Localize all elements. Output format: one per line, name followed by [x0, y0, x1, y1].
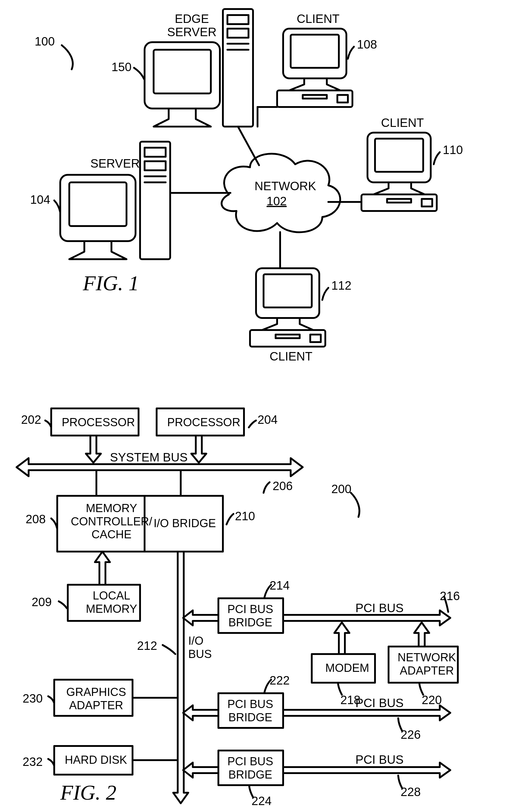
edge-server-label: EDGE SERVER [167, 12, 216, 39]
ref-206: 206 [273, 479, 293, 493]
svg-rect-2 [223, 9, 253, 127]
svg-rect-11 [338, 95, 348, 102]
fig2-caption: FIG. 2 [60, 781, 117, 805]
fig1-caption: FIG. 1 [83, 271, 139, 295]
ref-100: 100 [35, 35, 55, 48]
client3-label: CLIENT [270, 350, 312, 363]
client2-label: CLIENT [381, 116, 424, 129]
svg-rect-43 [312, 654, 375, 683]
ref-232: 232 [22, 755, 43, 769]
svg-rect-21 [256, 268, 319, 318]
svg-rect-0 [145, 42, 220, 108]
ref-110: 110 [443, 143, 463, 157]
fig1-svg [0, 0, 525, 392]
svg-rect-44 [389, 647, 458, 683]
svg-rect-19 [422, 199, 432, 206]
svg-rect-24 [275, 335, 300, 338]
svg-rect-22 [264, 274, 312, 307]
ref-210: 210 [235, 510, 255, 523]
ref-204: 204 [257, 413, 278, 427]
ref-226: 226 [401, 728, 421, 741]
ref-108: 108 [357, 38, 377, 51]
ref-202: 202 [21, 413, 41, 427]
svg-rect-27 [60, 175, 136, 241]
pci-bus3-label: PCI BUS [356, 753, 404, 766]
svg-rect-3 [227, 15, 249, 24]
svg-rect-49 [54, 746, 133, 774]
svg-rect-18 [387, 199, 411, 203]
ref-214: 214 [270, 579, 290, 592]
svg-rect-42 [219, 598, 283, 633]
network-ref: 102 [267, 194, 287, 208]
ref-212: 212 [137, 639, 157, 652]
svg-rect-8 [291, 35, 339, 68]
server-label: SERVER [90, 157, 140, 170]
ref-216: 216 [440, 589, 460, 603]
svg-rect-7 [283, 29, 346, 78]
ref-222: 222 [270, 674, 290, 687]
svg-rect-31 [145, 161, 166, 170]
svg-rect-28 [69, 182, 126, 226]
ref-228: 228 [401, 785, 421, 799]
svg-rect-37 [57, 496, 145, 551]
network-label: NETWORK [255, 179, 316, 193]
ref-220: 220 [422, 693, 442, 707]
page: 100 EDGE SERVER 150 CLIENT 108 CLIENT 11… [0, 0, 525, 812]
svg-rect-10 [303, 95, 327, 99]
svg-rect-16 [375, 139, 423, 172]
svg-rect-30 [145, 148, 166, 157]
svg-rect-41 [68, 585, 140, 621]
svg-rect-25 [310, 335, 321, 342]
ref-150: 150 [111, 60, 132, 74]
ref-104: 104 [30, 193, 50, 206]
svg-rect-4 [227, 29, 249, 38]
ref-224: 224 [252, 794, 272, 808]
svg-rect-15 [368, 133, 431, 182]
ref-209: 209 [32, 595, 52, 609]
ref-230: 230 [22, 692, 43, 705]
svg-line-14 [238, 127, 259, 165]
svg-rect-36 [156, 409, 244, 435]
pci-bus2-label: PCI BUS [356, 696, 404, 710]
svg-rect-46 [219, 751, 283, 785]
svg-rect-35 [51, 409, 138, 435]
svg-rect-29 [140, 142, 170, 259]
ref-208: 208 [26, 512, 46, 526]
ref-112: 112 [331, 279, 351, 292]
svg-rect-38 [145, 496, 223, 551]
pci-bus1-label: PCI BUS [356, 601, 404, 615]
svg-rect-1 [154, 50, 211, 93]
client1-label: CLIENT [297, 12, 340, 25]
ref-200: 200 [331, 482, 351, 496]
system-bus-label: SYSTEM BUS [110, 451, 188, 464]
svg-rect-47 [54, 680, 133, 716]
svg-rect-45 [219, 693, 283, 728]
